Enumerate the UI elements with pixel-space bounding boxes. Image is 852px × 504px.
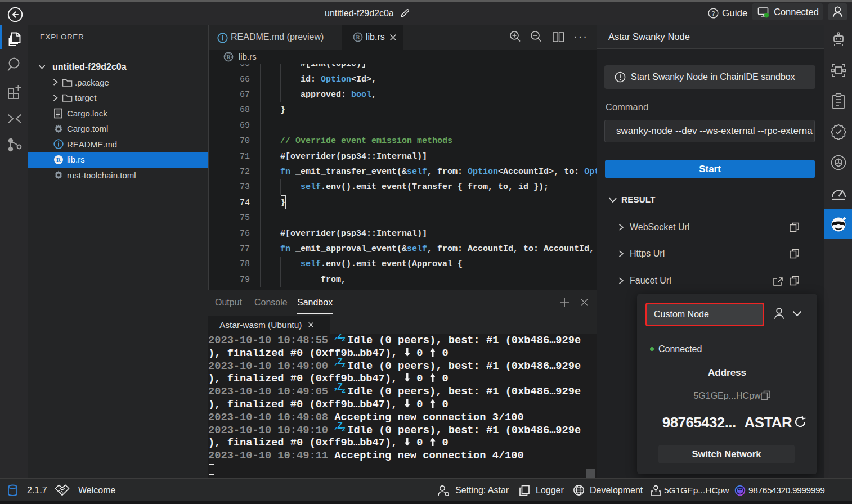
svg-text:R: R [226,54,231,60]
svg-text:R: R [356,34,360,40]
svg-text:?: ? [711,10,715,17]
svg-text:R: R [56,156,61,163]
